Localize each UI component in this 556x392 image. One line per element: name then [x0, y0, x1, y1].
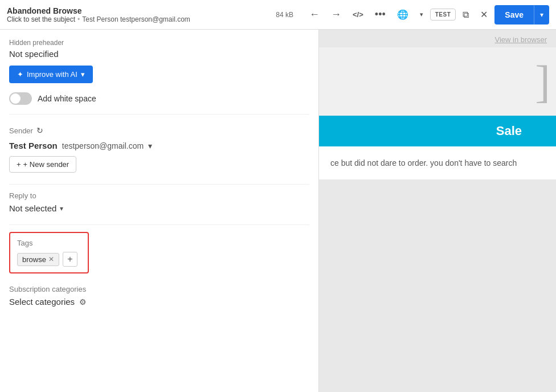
code-button[interactable]: </>	[348, 7, 368, 22]
globe-button[interactable]: 🌐	[393, 6, 413, 23]
test-button[interactable]: TEST	[430, 9, 456, 21]
new-sender-plus-icon: +	[17, 160, 21, 169]
new-sender-label: + New sender	[23, 160, 70, 169]
reply-to-value[interactable]: Not selected ▾	[9, 203, 309, 213]
email-header-image: ]	[319, 47, 556, 116]
tag-browse-text: browse	[22, 255, 46, 264]
left-panel: Hidden preheader Not specified ✦ Improve…	[0, 30, 319, 392]
gear-icon[interactable]: ⚙	[79, 297, 87, 307]
ai-star-icon: ✦	[17, 70, 23, 79]
save-dropdown-button[interactable]: ▾	[534, 5, 549, 24]
white-space-label: Add white space	[38, 94, 96, 103]
white-space-toggle-row: Add white space	[9, 92, 309, 115]
sender-label: Sender	[9, 126, 33, 135]
tag-add-button[interactable]: +	[63, 252, 77, 267]
sender-info-display: Test Person testperson@gmail.com	[82, 15, 190, 23]
tags-label: Tags	[17, 239, 81, 247]
save-button[interactable]: Save	[494, 5, 534, 24]
toolbar-left: Abandoned Browse Click to set the subjec…	[7, 6, 271, 23]
right-panel: View in browser ] Sale ce but did not da…	[319, 30, 556, 392]
select-categories-text[interactable]: Select categories	[9, 297, 75, 307]
sender-row: Sender ↻	[9, 126, 309, 135]
tags-row: browse ✕ +	[17, 252, 81, 267]
file-size: 84 kB	[276, 11, 293, 19]
email-body-text: ce but did not dare to order. you don't …	[319, 146, 556, 179]
tags-section: Tags browse ✕ +	[9, 232, 89, 273]
separator-dot: •	[77, 15, 80, 23]
new-sender-button[interactable]: + + New sender	[9, 156, 76, 173]
improve-btn-label: Improve with AI	[27, 70, 77, 79]
sender-email: testperson@gmail.com	[62, 141, 144, 150]
reply-to-chevron-icon: ▾	[60, 205, 63, 213]
sale-text: Sale	[496, 124, 556, 138]
view-in-browser-link[interactable]: View in browser	[319, 30, 556, 47]
divider-2	[9, 224, 309, 225]
not-selected-text: Not selected	[9, 203, 56, 213]
sale-banner: Sale	[319, 116, 556, 146]
reply-to-label: Reply to	[9, 191, 309, 200]
subscription-categories-label: Subscription categories	[9, 285, 309, 293]
white-space-toggle[interactable]	[9, 92, 32, 105]
hidden-preheader-label: Hidden preheader	[9, 39, 309, 47]
bracket-graphic: ]	[535, 59, 550, 104]
toolbar: Abandoned Browse Click to set the subjec…	[0, 0, 556, 30]
campaign-title: Abandoned Browse	[7, 6, 271, 15]
not-specified-value: Not specified	[9, 49, 309, 59]
divider-1	[9, 184, 309, 185]
back-button[interactable]: ←	[305, 5, 324, 24]
close-button[interactable]: ✕	[476, 6, 492, 23]
forward-button[interactable]: →	[326, 5, 346, 24]
toolbar-actions: ← → </> ••• 🌐 ▾ TEST ⧉ ✕ Save ▾	[305, 5, 549, 24]
improve-with-ai-button[interactable]: ✦ Improve with AI ▾	[9, 66, 93, 83]
copy-button[interactable]: ⧉	[458, 6, 473, 23]
select-categories-row: Select categories ⚙	[9, 297, 309, 307]
toolbar-subtitle: Click to set the subject • Test Person t…	[7, 15, 271, 23]
more-button[interactable]: •••	[370, 5, 390, 24]
sender-info: Test Person testperson@gmail.com ▾	[9, 141, 309, 150]
tag-remove-icon[interactable]: ✕	[48, 255, 54, 263]
email-preview: ] Sale ce but did not dare to order. you…	[319, 47, 556, 179]
improve-dropdown-arrow: ▾	[81, 70, 85, 79]
sender-name: Test Person	[9, 141, 58, 150]
tag-chip-browse: browse ✕	[17, 253, 59, 266]
refresh-icon[interactable]: ↻	[36, 126, 43, 135]
save-button-group: Save ▾	[494, 5, 549, 24]
subject-placeholder[interactable]: Click to set the subject	[7, 15, 75, 23]
globe-dropdown-button[interactable]: ▾	[415, 7, 428, 22]
sender-dropdown-button[interactable]: ▾	[148, 141, 152, 150]
main-layout: Hidden preheader Not specified ✦ Improve…	[0, 30, 556, 392]
